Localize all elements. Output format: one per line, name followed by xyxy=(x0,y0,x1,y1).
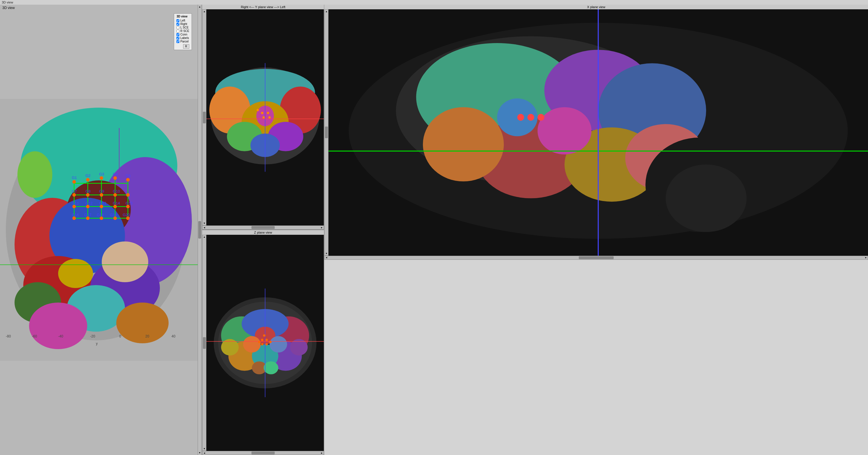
y-sb-thumb[interactable] xyxy=(203,112,206,123)
view-3d-panel: 3D view xyxy=(0,5,198,455)
svg-text:G20: G20 xyxy=(123,213,130,217)
legend-lsce-checkbox[interactable] xyxy=(177,26,179,29)
svg-point-89 xyxy=(268,116,271,118)
x-plane-title: X plane view xyxy=(324,5,868,9)
y-plane-scrollbar-v[interactable]: ▲ ▼ xyxy=(202,9,207,225)
y-sb-left[interactable]: ◄ xyxy=(203,226,206,230)
z-sb-right[interactable]: ► xyxy=(320,451,323,455)
svg-point-12 xyxy=(29,303,87,349)
svg-point-34 xyxy=(126,193,130,197)
svg-text:G9: G9 xyxy=(99,189,104,194)
legend-conn[interactable]: Conn xyxy=(177,33,189,36)
svg-text:G19: G19 xyxy=(110,213,117,217)
svg-point-27 xyxy=(100,176,103,180)
svg-point-113 xyxy=(258,341,260,343)
z-plane-svg[interactable] xyxy=(207,235,324,451)
svg-point-30 xyxy=(72,193,76,197)
svg-text:G8: G8 xyxy=(86,189,90,194)
svg-text:G4: G4 xyxy=(113,172,118,176)
svg-text:G1: G1 xyxy=(72,175,77,180)
y-sb-up[interactable]: ▲ xyxy=(203,9,206,13)
legend-lsce-label: L SCE xyxy=(180,26,189,29)
x-sb-down[interactable]: ▼ xyxy=(325,252,328,255)
svg-point-123 xyxy=(423,107,504,181)
legend-3d-box: 3D view Left Right L SCE R SCE Conn xyxy=(174,13,192,50)
z-sb-h-thumb[interactable] xyxy=(251,452,275,454)
legend-right-checkbox[interactable] xyxy=(177,23,179,26)
legend-parcel[interactable]: Parcel xyxy=(177,40,189,43)
svg-text:20: 20 xyxy=(145,334,149,338)
z-sb-left[interactable]: ◄ xyxy=(203,451,206,455)
right-col: X plane view ▲ ▼ xyxy=(324,5,868,455)
legend-right[interactable]: Right xyxy=(177,22,189,26)
x-plane-svg[interactable] xyxy=(329,9,868,256)
legend-lsce[interactable]: L SCE xyxy=(177,26,189,29)
x-sb-up[interactable]: ▲ xyxy=(325,9,328,13)
legend-r-button[interactable]: R xyxy=(183,44,189,49)
legend-labels[interactable]: Labels xyxy=(177,36,189,39)
z-plane-scrollbar-h[interactable]: ◄ ► xyxy=(202,451,324,455)
svg-point-134 xyxy=(518,114,524,121)
legend-left-checkbox[interactable] xyxy=(177,19,179,22)
x-plane-scrollbar-v[interactable]: ▲ ▼ xyxy=(324,9,329,256)
y-plane-scrollbar-h[interactable]: ◄ ► xyxy=(202,225,324,230)
legend-left[interactable]: Left xyxy=(177,19,189,22)
svg-point-109 xyxy=(261,339,264,341)
y-sb-down[interactable]: ▼ xyxy=(203,221,206,225)
main-layout: 3D view xyxy=(0,5,868,455)
svg-text:-60: -60 xyxy=(32,334,37,338)
legend-rsce-checkbox[interactable] xyxy=(177,30,179,33)
view-3d-title: 3D view xyxy=(2,6,15,10)
svg-text:-80: -80 xyxy=(6,334,11,338)
svg-text:G3: G3 xyxy=(99,172,104,176)
app-title-3d: 3D view xyxy=(2,1,13,4)
legend-parcel-label: Parcel xyxy=(180,40,188,43)
svg-text:G12: G12 xyxy=(86,201,93,205)
svg-point-133 xyxy=(537,114,544,121)
legend-conn-checkbox[interactable] xyxy=(177,33,179,36)
x-plane-panel: X plane view ▲ ▼ xyxy=(324,5,868,120)
svg-point-28 xyxy=(113,176,117,180)
svg-text:0: 0 xyxy=(119,334,121,338)
svg-text:-40: -40 xyxy=(58,334,63,338)
y-sb-right[interactable]: ► xyxy=(320,226,323,230)
brain-3d-svg[interactable]: G1 G2 G3 G4 G5 G7 G8 G9 G10 G11 G12 G13 … xyxy=(0,5,198,455)
svg-text:40: 40 xyxy=(172,334,176,338)
z-sb-up[interactable]: ▲ xyxy=(203,235,206,239)
z-plane-scrollbar-v[interactable]: ▲ ▼ xyxy=(202,235,207,451)
svg-point-29 xyxy=(126,178,130,181)
scrollbar-thumb[interactable] xyxy=(198,221,201,238)
x-sb-thumb[interactable] xyxy=(325,126,328,138)
x-sb-left[interactable]: ◄ xyxy=(325,256,328,259)
y-plane-svg[interactable] xyxy=(207,9,324,225)
x-sb-right[interactable]: ► xyxy=(864,256,868,259)
y-sb-h-thumb[interactable] xyxy=(251,226,275,229)
scrollbar-3d-right[interactable]: ▲ ▼ xyxy=(198,5,202,455)
svg-point-104 xyxy=(264,361,278,374)
svg-point-126 xyxy=(537,107,592,154)
legend-3d-title: 3D view xyxy=(177,15,189,18)
legend-labels-label: Labels xyxy=(180,36,189,39)
z-sb-thumb[interactable] xyxy=(203,337,206,349)
svg-text:G15: G15 xyxy=(126,201,133,205)
svg-point-33 xyxy=(113,193,117,197)
svg-text:G13: G13 xyxy=(99,201,106,205)
svg-point-26 xyxy=(86,178,90,181)
scrollbar-up-arrow[interactable]: ▲ xyxy=(198,5,202,9)
legend-labels-checkbox[interactable] xyxy=(177,37,179,39)
svg-point-32 xyxy=(100,193,103,197)
legend-rsce[interactable]: R SCE xyxy=(177,29,189,33)
scrollbar-down-arrow[interactable]: ▼ xyxy=(198,451,202,455)
svg-point-11 xyxy=(116,303,168,343)
svg-text:G7: G7 xyxy=(72,189,77,194)
svg-text:y: y xyxy=(96,342,98,346)
svg-point-15 xyxy=(58,259,93,288)
z-plane-title-text: Z plane view xyxy=(254,231,272,234)
legend-parcel-checkbox[interactable] xyxy=(177,40,179,43)
svg-point-115 xyxy=(263,334,266,337)
z-sb-down[interactable]: ▼ xyxy=(203,447,206,451)
x-sb-h-thumb[interactable] xyxy=(579,256,614,259)
svg-point-88 xyxy=(262,116,265,118)
x-plane-scrollbar-h[interactable]: ◄ ► xyxy=(324,256,868,260)
svg-point-31 xyxy=(86,193,90,197)
